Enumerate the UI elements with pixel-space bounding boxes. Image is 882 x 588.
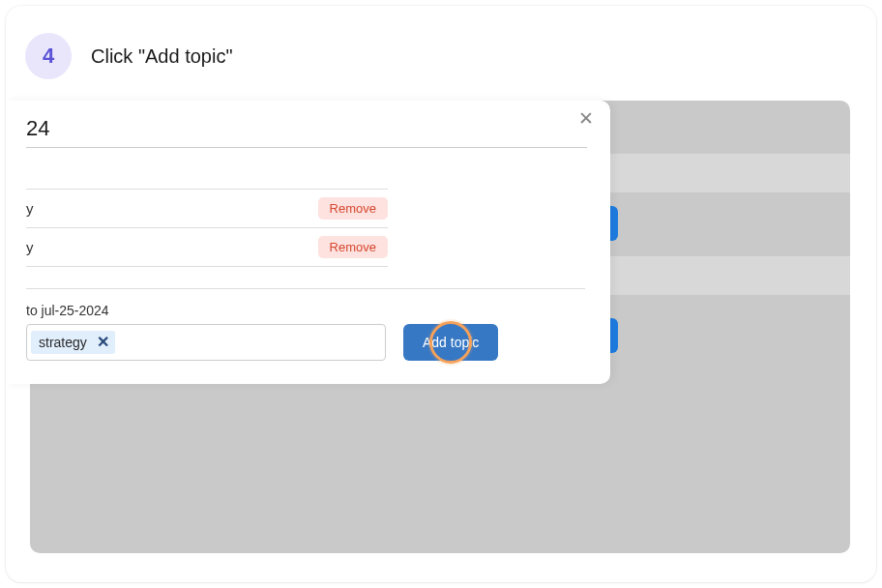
- add-topic-label: Add topic: [423, 335, 479, 350]
- remove-button[interactable]: Remove: [318, 236, 388, 258]
- step-number-text: 4: [43, 44, 54, 69]
- category-row: y Remove: [26, 189, 388, 227]
- remove-button[interactable]: Remove: [318, 197, 388, 220]
- bottom-row: strategy ✕ Add topic: [26, 324, 585, 361]
- step-title: Click "Add topic": [91, 45, 232, 68]
- category-row: y Remove: [26, 227, 388, 267]
- date-section: to jul-25-2024 strategy ✕ Add topic: [26, 288, 585, 361]
- category-label: y: [26, 200, 34, 217]
- close-button[interactable]: ✕: [574, 105, 598, 132]
- step-header: 4 Click "Add topic": [6, 6, 876, 99]
- date-label: to jul-25-2024: [26, 303, 585, 318]
- chip-remove-icon[interactable]: ✕: [97, 335, 109, 350]
- chip-text: strategy: [39, 335, 87, 350]
- category-label: y: [26, 239, 34, 255]
- modal-dialog: ✕ 24 y Remove y Remove to jul-25-2024 st…: [6, 101, 610, 384]
- title-input-value: 24: [26, 116, 49, 140]
- topic-chip: strategy ✕: [31, 331, 115, 354]
- close-icon: ✕: [578, 108, 594, 129]
- step-card: 4 Click "Add topic" ✕ 24 y Remove y Remo…: [6, 6, 876, 582]
- step-number-badge: 4: [25, 33, 72, 79]
- category-list: y Remove y Remove: [26, 189, 388, 267]
- topic-input[interactable]: strategy ✕: [26, 324, 386, 361]
- title-input[interactable]: 24: [26, 116, 587, 148]
- add-topic-button[interactable]: Add topic: [403, 324, 498, 361]
